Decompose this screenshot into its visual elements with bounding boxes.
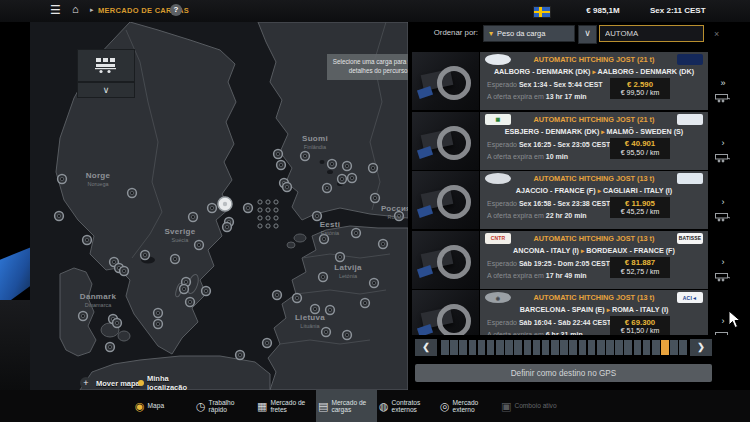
city-marker[interactable] <box>154 309 163 318</box>
set-gps-destination-button[interactable]: Definir como destino no GPS <box>415 364 712 382</box>
city-marker[interactable] <box>277 161 286 170</box>
city-marker[interactable] <box>274 150 283 159</box>
city-marker[interactable] <box>301 152 310 161</box>
scrollbar-segment[interactable] <box>441 340 449 355</box>
city-marker[interactable] <box>195 241 204 250</box>
scrollbar-segment[interactable] <box>524 340 532 355</box>
city-marker[interactable] <box>322 328 331 337</box>
city-marker[interactable] <box>154 320 163 329</box>
help-icon[interactable]: ? <box>170 4 182 16</box>
scrollbar-segment[interactable] <box>505 340 513 355</box>
my-location-button[interactable]: Minha localização <box>138 374 196 390</box>
city-marker[interactable] <box>79 312 88 321</box>
city-marker[interactable] <box>273 291 282 300</box>
nav-item-contratos-externos[interactable]: ◍ Contratos externos <box>377 390 438 422</box>
city-marker[interactable] <box>186 298 195 307</box>
city-marker[interactable] <box>343 331 352 340</box>
scrollbar-segment[interactable] <box>643 340 651 355</box>
city-marker[interactable] <box>336 253 345 262</box>
city-marker[interactable] <box>83 236 92 245</box>
cargo-offer-row[interactable]: CNTR AUTOMATIC HITCHING JOST (13 t) BATI… <box>412 231 734 289</box>
scroll-right-button[interactable]: ❯ <box>690 339 712 356</box>
city-marker[interactable] <box>348 174 357 183</box>
scrollbar-segment[interactable] <box>606 340 614 355</box>
expand-offer-icon[interactable]: › <box>712 138 734 148</box>
scrollbar-segment[interactable] <box>634 340 642 355</box>
city-marker[interactable] <box>55 212 64 221</box>
city-marker[interactable] <box>323 184 332 193</box>
scrollbar-segment[interactable] <box>450 340 458 355</box>
scrollbar-segment[interactable] <box>670 340 678 355</box>
scrollbar-segment[interactable] <box>542 340 550 355</box>
sort-dropdown[interactable]: ▾ Peso da carga <box>483 25 575 42</box>
city-marker[interactable] <box>361 299 370 308</box>
search-input[interactable] <box>605 29 714 38</box>
city-marker[interactable] <box>106 343 115 352</box>
city-marker[interactable] <box>189 213 198 222</box>
city-marker[interactable] <box>369 164 378 173</box>
nav-item-trabalho-rápido[interactable]: ◷ Trabalho rápido <box>194 390 255 422</box>
cargo-card[interactable]: ▦ AUTOMATIC HITCHING JOST (21 t) ESBJERG… <box>480 112 708 170</box>
city-marker[interactable] <box>58 175 67 184</box>
scrollbar-segment[interactable] <box>679 340 687 355</box>
scrollbar-segment[interactable] <box>487 340 495 355</box>
city-marker[interactable] <box>328 160 337 169</box>
city-marker[interactable] <box>223 223 232 232</box>
city-marker[interactable] <box>180 285 189 294</box>
cargo-offer-row[interactable]: AUTOMATIC HITCHING JOST (13 t) AJACCIO -… <box>412 171 734 229</box>
scrollbar-segment[interactable] <box>597 340 605 355</box>
scrollbar-segment[interactable] <box>615 340 623 355</box>
scrollbar-segment[interactable] <box>469 340 477 355</box>
city-marker[interactable] <box>263 339 272 348</box>
scrollbar-segment[interactable] <box>588 340 596 355</box>
city-marker[interactable] <box>371 194 380 203</box>
city-marker[interactable] <box>343 162 352 171</box>
scrollbar-segment[interactable] <box>569 340 577 355</box>
city-marker[interactable] <box>379 240 388 249</box>
city-marker[interactable] <box>113 319 122 328</box>
city-marker[interactable] <box>338 175 347 184</box>
scrollbar-segment[interactable] <box>459 340 467 355</box>
nav-item-mapa[interactable]: ◉ Mapa <box>133 390 194 422</box>
cargo-offer-row[interactable]: AUTOMATIC HITCHING JOST (21 t) AALBORG -… <box>412 52 734 110</box>
scrollbar-segment[interactable] <box>560 340 568 355</box>
scrollbar-segment[interactable] <box>624 340 632 355</box>
scrollbar-segment[interactable] <box>551 340 559 355</box>
map-panel[interactable]: NorgeNoruegaSverigeSuéciaSuomiFinlândiaD… <box>30 22 408 390</box>
city-marker[interactable] <box>236 351 245 360</box>
city-marker[interactable] <box>293 294 302 303</box>
cargo-card[interactable]: AUTOMATIC HITCHING JOST (13 t) AJACCIO -… <box>480 171 708 229</box>
nav-item-mercado-de-fretes[interactable]: ▦ Mercado de fretes <box>255 390 316 422</box>
cargo-card[interactable]: CNTR AUTOMATIC HITCHING JOST (13 t) BATI… <box>480 231 708 289</box>
city-marker[interactable] <box>283 183 292 192</box>
city-marker[interactable] <box>370 279 379 288</box>
move-map-button[interactable]: + Mover mapa <box>80 377 140 389</box>
expand-offer-icon[interactable]: › <box>712 197 734 207</box>
cargo-offer-row[interactable]: ▦ AUTOMATIC HITCHING JOST (21 t) ESBJERG… <box>412 112 734 170</box>
cargo-offer-row[interactable]: ◉ AUTOMATIC HITCHING JOST (13 t) ACI◄ BA… <box>412 290 734 335</box>
nav-item-comboio-ativo[interactable]: ▣ Comboio ativo <box>499 390 560 422</box>
scrollbar-segment[interactable] <box>514 340 522 355</box>
city-marker[interactable] <box>319 273 328 282</box>
nav-item-mercado-externo[interactable]: ◎ Mercado externo <box>438 390 499 422</box>
city-marker[interactable] <box>326 306 335 315</box>
menu-icon[interactable]: ☰ <box>50 3 61 17</box>
scrollbar-segment[interactable] <box>652 340 660 355</box>
city-marker[interactable] <box>202 287 211 296</box>
city-marker[interactable] <box>171 255 180 264</box>
clear-search-icon[interactable]: × <box>714 29 719 39</box>
nav-item-mercado-de-cargas[interactable]: ▤ Mercado de cargas <box>316 390 377 422</box>
cargo-card[interactable]: ◉ AUTOMATIC HITCHING JOST (13 t) ACI◄ BA… <box>480 290 708 335</box>
scrollbar-segment[interactable] <box>496 340 504 355</box>
city-marker[interactable] <box>120 267 129 276</box>
scrollbar-thumb[interactable] <box>661 340 669 355</box>
scrollbar-segment[interactable] <box>533 340 541 355</box>
city-marker[interactable] <box>352 229 361 238</box>
collapse-panel-button[interactable]: ∨ <box>77 82 135 98</box>
city-marker[interactable] <box>128 189 137 198</box>
expand-offer-icon[interactable]: » <box>712 78 734 88</box>
scrollbar-segment[interactable] <box>579 340 587 355</box>
home-icon[interactable]: ⌂ <box>72 3 79 15</box>
city-marker[interactable] <box>141 251 150 260</box>
sort-dropdown-chevron-button[interactable]: ∨ <box>578 25 597 44</box>
